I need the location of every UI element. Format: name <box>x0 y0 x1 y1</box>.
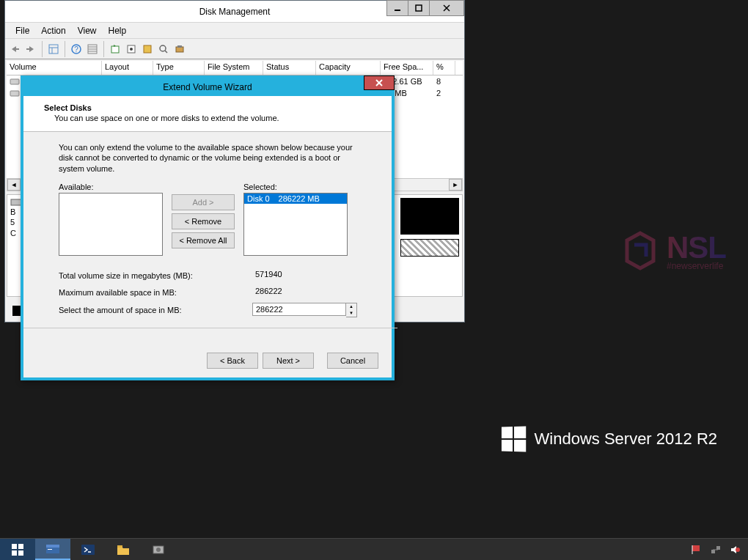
menu-file[interactable]: File <box>10 24 35 37</box>
dm-titlebar[interactable]: Disk Management <box>5 1 464 23</box>
available-label: Available: <box>59 183 163 191</box>
available-listbox[interactable] <box>59 193 163 256</box>
windows-server-branding: Windows Server 2012 R2 <box>501 427 717 452</box>
tray-flag-icon[interactable] <box>691 544 703 556</box>
view-icon[interactable] <box>47 43 60 56</box>
remove-button[interactable]: < Remove <box>172 213 235 229</box>
wizard-heading: Select Disks <box>44 103 377 112</box>
tray-volume-icon[interactable] <box>729 544 741 556</box>
col-percent[interactable]: % <box>433 61 455 75</box>
amount-label: Select the amount of space in MB: <box>59 306 252 314</box>
col-type[interactable]: Type <box>153 61 205 75</box>
start-button[interactable] <box>0 539 35 560</box>
properties-icon[interactable] <box>125 43 138 56</box>
maximize-button[interactable] <box>408 0 430 16</box>
dm-menubar: File Action View Help <box>5 23 464 39</box>
svg-rect-18 <box>144 45 151 53</box>
col-filesystem[interactable]: File System <box>205 61 263 75</box>
cancel-button[interactable]: Cancel <box>327 353 378 369</box>
add-button[interactable]: Add > <box>172 194 235 210</box>
tray-network-icon[interactable] <box>710 544 722 556</box>
folder-icon <box>115 542 131 557</box>
max-space-value: 286222 <box>252 286 346 299</box>
next-button[interactable]: Next > <box>263 353 314 369</box>
dm-window-buttons <box>387 0 464 16</box>
refresh-icon[interactable] <box>109 43 122 56</box>
windows-start-icon <box>10 542 25 557</box>
scroll-left-icon[interactable]: ◄ <box>7 179 21 191</box>
col-layout[interactable]: Layout <box>102 61 153 75</box>
nav-forward-icon[interactable] <box>24 43 37 56</box>
windows-logo-icon <box>501 426 525 452</box>
scroll-right-icon[interactable]: ► <box>449 179 462 191</box>
taskbar-powershell[interactable] <box>70 539 106 560</box>
svg-rect-24 <box>10 91 19 96</box>
menu-view[interactable]: View <box>72 24 103 37</box>
selected-label: Selected: <box>243 183 348 191</box>
menu-help[interactable]: Help <box>103 24 133 37</box>
taskbar-server-manager[interactable] <box>35 539 70 560</box>
help-icon[interactable]: ? <box>70 43 83 56</box>
minimize-button[interactable] <box>386 0 408 16</box>
svg-rect-23 <box>10 79 19 84</box>
back-button[interactable]: < Back <box>207 353 258 369</box>
app-icon <box>150 542 166 557</box>
svg-rect-15 <box>111 46 119 53</box>
dm-toolbar: ? <box>5 39 464 59</box>
svg-rect-5 <box>26 48 29 50</box>
spinner-up-icon[interactable]: ▲ <box>346 303 356 310</box>
toolbar-separator <box>103 41 104 57</box>
disk-partition[interactable] <box>400 239 459 257</box>
action-icon[interactable] <box>141 43 154 56</box>
svg-rect-34 <box>48 549 52 550</box>
selected-listbox[interactable]: Disk 0 286222 MB <box>243 193 348 256</box>
spinner-down-icon[interactable]: ▼ <box>346 310 356 317</box>
svg-point-19 <box>160 45 166 51</box>
svg-point-38 <box>156 548 161 552</box>
col-capacity[interactable]: Capacity <box>316 61 381 75</box>
svg-rect-41 <box>711 550 715 553</box>
col-volume[interactable]: Volume <box>7 61 102 75</box>
close-button[interactable] <box>429 0 464 16</box>
extend-volume-wizard: Extend Volume Wizard Select Disks You ca… <box>21 75 395 380</box>
list-icon[interactable] <box>86 43 99 56</box>
taskbar-explorer[interactable] <box>106 539 141 560</box>
dm-column-headers: Volume Layout Type File System Status Ca… <box>7 61 463 75</box>
close-icon <box>375 79 383 86</box>
drive-icon <box>10 77 20 86</box>
nsl-tag: #newserverlife <box>667 261 726 271</box>
wizard-title: Extend Volume Wizard <box>163 82 252 92</box>
separator <box>23 328 397 328</box>
taskbar-app[interactable] <box>141 539 176 560</box>
settings-icon[interactable] <box>173 43 186 56</box>
svg-line-20 <box>165 51 167 53</box>
svg-rect-42 <box>716 546 720 550</box>
wizard-note: You can only extend the volume to the av… <box>59 142 362 174</box>
svg-rect-39 <box>692 545 700 551</box>
selected-disk-item[interactable]: Disk 0 286222 MB <box>244 194 347 204</box>
watermark-nsl: NSL #newserverlife <box>620 227 726 274</box>
nav-back-icon[interactable] <box>8 43 21 56</box>
wizard-subheading: You can use space on one or more disks t… <box>54 114 377 122</box>
col-status[interactable]: Status <box>263 61 316 75</box>
brand-r2: R2 <box>697 430 717 448</box>
wizard-titlebar[interactable]: Extend Volume Wizard <box>23 78 392 96</box>
menu-action[interactable]: Action <box>35 24 71 37</box>
remove-all-button[interactable]: < Remove All <box>172 232 235 248</box>
amount-input[interactable] <box>252 303 346 316</box>
toolbar-separator <box>42 41 43 57</box>
svg-rect-4 <box>16 48 19 50</box>
drive-icon <box>10 89 20 97</box>
svg-rect-33 <box>46 545 59 548</box>
search-icon[interactable] <box>157 43 170 56</box>
selected-disk-size: 286222 MB <box>279 194 320 203</box>
dm-title: Disk Management <box>199 7 271 17</box>
svg-rect-1 <box>416 5 422 11</box>
wizard-content: You can only extend the volume to the av… <box>23 132 392 346</box>
svg-rect-22 <box>177 45 182 48</box>
wizard-close-button[interactable] <box>364 75 395 90</box>
disk-partition[interactable] <box>400 198 459 235</box>
col-free[interactable]: Free Spa... <box>381 61 433 75</box>
total-size-label: Total volume size in megabytes (MB): <box>59 271 252 280</box>
brand-text: Windows Server 2012 <box>535 430 692 448</box>
